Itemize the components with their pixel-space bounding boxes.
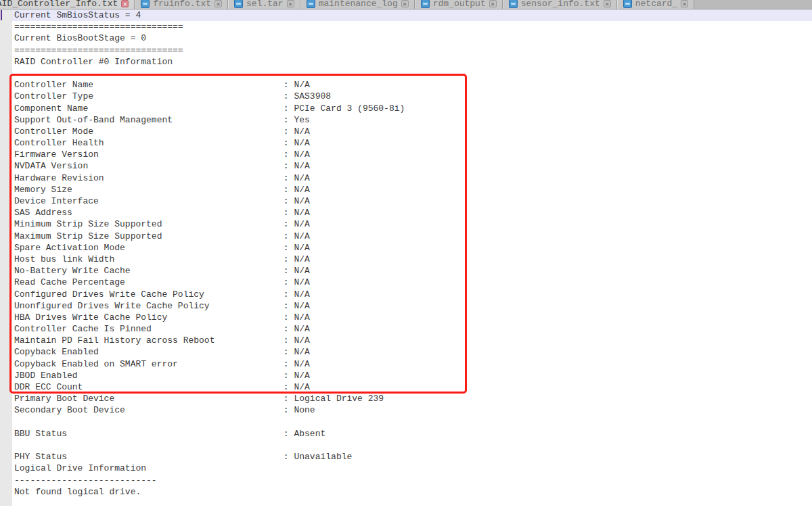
editor-line: JBOD Enabled : N/A — [12, 370, 812, 381]
close-icon[interactable]: ✕ — [681, 0, 688, 7]
editor-gutter — [0, 9, 12, 506]
editor-line: --------------------------- — [12, 475, 812, 486]
tab-maintenance-log[interactable]: maintenance_log✕ — [300, 0, 415, 9]
editor-line: SAS Address : N/A — [12, 207, 812, 218]
editor-line — [12, 68, 812, 79]
tab-strip: RAID_Controller_Info.txt✕fruinfo.txt✕sel… — [0, 0, 694, 9]
editor-line: Spare Activation Mode : N/A — [12, 242, 812, 254]
editor-line: No-Battery Write Cache : N/A — [12, 265, 812, 277]
editor-line: ================================ — [12, 45, 812, 56]
tab-rdm-output[interactable]: rdm_output✕ — [415, 0, 503, 9]
editor-line: Firmware Version : N/A — [12, 149, 812, 160]
close-icon[interactable]: ✕ — [121, 0, 129, 7]
editor-line: Maximum Strip Size Supported : N/A — [12, 231, 812, 242]
editor-line — [12, 417, 812, 428]
tab-label: rdm_output — [433, 0, 486, 9]
editor-line: Controller Name : N/A — [12, 79, 812, 91]
editor-line: HBA Drives Write Cache Policy : N/A — [12, 312, 812, 323]
editor-line: Unonfigured Drives Write Cache Policy : … — [12, 300, 812, 312]
tab-netcard[interactable]: netcard_✕ — [617, 0, 694, 9]
editor-line: NVDATA Version : N/A — [12, 160, 812, 172]
editor-line: Copyback Enabled : N/A — [12, 346, 812, 358]
tab-fruinfo-txt[interactable]: fruinfo.txt✕ — [135, 0, 228, 9]
editor-line: Current BiosBootStage = 0 — [12, 32, 812, 44]
file-icon — [421, 0, 430, 8]
editor-line: Hardware Revision : N/A — [12, 172, 812, 184]
tab-sel-tar[interactable]: sel.tar✕ — [228, 0, 300, 9]
file-icon — [141, 0, 150, 8]
editor-line: Memory Size : N/A — [12, 184, 812, 195]
editor-line: Controller Health : N/A — [12, 137, 812, 149]
editor-area[interactable]: Current SmBiosStatus = 4================… — [0, 9, 812, 520]
tab-label: sensor_info.txt — [521, 0, 600, 9]
editor-line — [12, 440, 812, 451]
editor-line: ================================ — [12, 21, 812, 32]
editor-line: DDR ECC Count : N/A — [12, 381, 812, 393]
tab-label: RAID_Controller_Info.txt — [0, 0, 118, 9]
editor-line: Configured Drives Write Cache Policy : N… — [12, 289, 812, 300]
file-icon — [307, 0, 315, 8]
editor-line: Controller Mode : N/A — [12, 126, 812, 137]
editor-line: Read Cache Percentage : N/A — [12, 277, 812, 288]
close-icon[interactable]: ✕ — [215, 0, 222, 7]
editor-line: Component Name : PCIe Card 3 (9560-8i) — [12, 103, 812, 114]
editor-line: Primary Boot Device : Logical Drive 239 — [12, 393, 812, 404]
text-caret — [1, 10, 2, 20]
file-icon — [623, 0, 632, 8]
editor-line: Host bus link Width : N/A — [12, 254, 812, 265]
close-icon[interactable]: ✕ — [489, 0, 497, 7]
close-icon[interactable]: ✕ — [287, 0, 294, 7]
editor-line: Copyback Enabled on SMART error : N/A — [12, 358, 812, 370]
editor-line: Logical Drive Information — [12, 463, 812, 474]
tab-label: netcard_ — [635, 0, 677, 9]
editor-line: Secondary Boot Device : None — [12, 404, 812, 416]
editor-line: Current SmBiosStatus = 4 — [12, 9, 812, 21]
editor-line: Maintain PD Fail History across Reboot :… — [12, 335, 812, 346]
tab-label: sel.tar — [246, 0, 284, 9]
close-icon[interactable]: ✕ — [604, 0, 611, 7]
editor-line: Controller Cache Is Pinned : N/A — [12, 323, 812, 335]
tab-sensor-info-txt[interactable]: sensor_info.txt✕ — [503, 0, 617, 9]
close-icon[interactable]: ✕ — [401, 0, 409, 7]
editor-line: Minimum Strip Size Supported : N/A — [12, 218, 812, 230]
text-content[interactable]: Current SmBiosStatus = 4================… — [12, 9, 812, 498]
tab-bar: RAID_Controller_Info.txt✕fruinfo.txt✕sel… — [0, 0, 812, 9]
editor-line: RAID Controller #0 Information — [12, 56, 812, 68]
editor-line: Controller Type : SAS3908 — [12, 91, 812, 102]
editor-line: BBU Status : Absent — [12, 428, 812, 440]
editor-line: Device Interface : N/A — [12, 195, 812, 207]
tab-label: fruinfo.txt — [153, 0, 211, 9]
editor-line: PHY Status : Unavailable — [12, 451, 812, 463]
file-icon — [234, 0, 243, 8]
editor-line: Support Out-of-Band Management : Yes — [12, 114, 812, 126]
tab-raid-controller-info-txt[interactable]: RAID_Controller_Info.txt✕ — [0, 0, 135, 9]
file-icon — [509, 0, 518, 8]
editor-line: Not found logical drive. — [12, 486, 812, 498]
tab-label: maintenance_log — [319, 0, 398, 9]
